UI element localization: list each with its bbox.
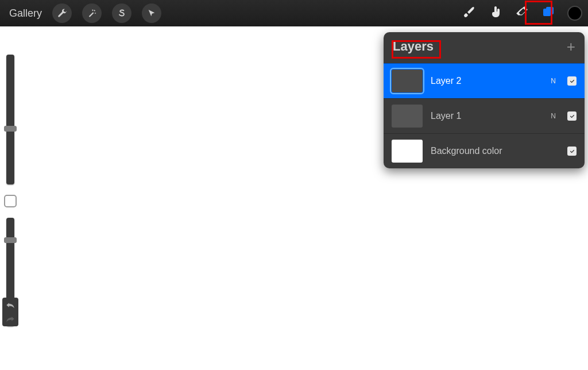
brush-size-knob[interactable] [4, 126, 17, 132]
layer-name-label: Layer 2 [431, 76, 543, 86]
brush-size-slider[interactable] [6, 55, 14, 184]
layers-icon [541, 5, 555, 21]
add-layer-button[interactable]: + [567, 41, 575, 52]
eraser-tool-button[interactable] [509, 0, 535, 26]
layers-title: Layers [393, 39, 434, 54]
undo-redo-group [2, 298, 18, 326]
layer-name-label: Background color [431, 146, 559, 156]
layer-blend-mode[interactable]: N [551, 77, 556, 85]
layer-visibility-checkbox[interactable] [567, 147, 577, 156]
layer-visibility-checkbox[interactable] [567, 111, 577, 121]
arrow-cursor-icon [147, 9, 156, 18]
layer-thumbnail [392, 140, 423, 163]
background-layer-row[interactable]: Background color [384, 133, 585, 168]
side-sliders [3, 55, 17, 326]
paintbrush-icon [462, 5, 476, 21]
redo-icon[interactable] [5, 315, 16, 323]
modify-button[interactable] [4, 195, 17, 207]
layers-tool-button[interactable] [535, 0, 562, 26]
layer-visibility-checkbox[interactable] [567, 76, 577, 86]
finger-smudge-icon [489, 5, 502, 21]
wrench-icon [57, 8, 67, 18]
gallery-link[interactable]: Gallery [9, 7, 42, 20]
svg-rect-1 [546, 7, 554, 14]
adjustments-button[interactable] [82, 3, 102, 23]
layer-blend-mode[interactable]: N [551, 112, 556, 120]
layer-thumbnail [392, 70, 423, 92]
layer-thumbnail [392, 105, 423, 128]
selection-s-icon [117, 9, 126, 18]
current-color-swatch [567, 6, 582, 21]
undo-icon[interactable] [5, 301, 16, 309]
layers-panel-header: Layers + [384, 32, 585, 63]
checkmark-icon [569, 113, 575, 120]
brush-opacity-knob[interactable] [4, 237, 17, 243]
wand-icon [87, 8, 97, 18]
color-picker-button[interactable] [562, 0, 588, 26]
layers-panel: Layers + Layer 2 N Layer 1 N Background … [384, 32, 585, 168]
top-toolbar: Gallery [0, 0, 588, 26]
smudge-tool-button[interactable] [482, 0, 509, 26]
checkmark-icon [569, 148, 575, 155]
layer-row[interactable]: Layer 2 N [384, 63, 585, 98]
transform-button[interactable] [142, 3, 161, 23]
eraser-icon [514, 5, 529, 22]
layer-row[interactable]: Layer 1 N [384, 98, 585, 133]
selection-button[interactable] [112, 3, 131, 23]
brush-tool-button[interactable] [456, 0, 482, 26]
actions-button[interactable] [52, 3, 72, 23]
plus-icon: + [567, 38, 575, 55]
checkmark-icon [569, 78, 575, 84]
layer-name-label: Layer 1 [431, 111, 543, 121]
